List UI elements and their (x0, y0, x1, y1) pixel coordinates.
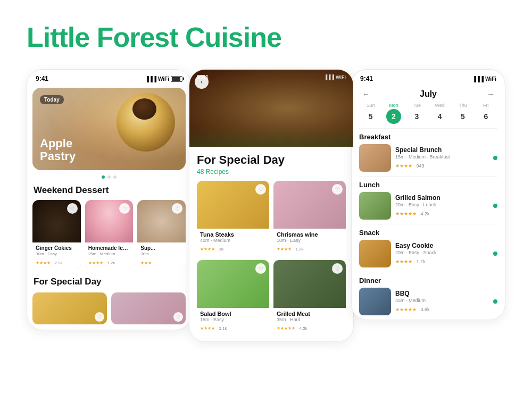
cal-day-sun[interactable]: Sun 5 (359, 103, 382, 124)
divider2 (359, 176, 497, 177)
breakfast-meta: 15m · Medium · Breakfast (395, 154, 489, 160)
phone2-signal-icon: ▐▐▐ (324, 74, 334, 80)
phone1-small-row: ♡ ♡ (27, 292, 191, 330)
lunch-name: Grilled Salmon (395, 194, 489, 202)
cal-back-button[interactable]: ← (359, 89, 373, 99)
p2-tuna-card[interactable]: ♡ Tuna Steaks 40m · Medium ★★★★ 3k (197, 181, 269, 256)
icecream-meta: 25m · Medium (88, 252, 130, 256)
phone3-content: ← July → Sun 5 Mon 2 Tue 3 (352, 85, 505, 315)
dot-1[interactable] (102, 175, 105, 179)
cal-day-tue[interactable]: Tue 3 (405, 103, 428, 124)
phone1-wine-card[interactable]: ♡ (111, 292, 186, 324)
cal-thu-num: 5 (455, 109, 470, 124)
cal-day-wed[interactable]: Wed 4 (428, 103, 451, 124)
signal-icon: ▐▐▐ (145, 76, 156, 82)
p2-tuna-heart[interactable]: ♡ (255, 184, 266, 195)
divider3 (359, 224, 497, 224)
phone1-status-icons: ▐▐▐ WiFi (145, 76, 182, 82)
cal-sun-label: Sun (367, 103, 375, 108)
cal-fri-num: 6 (478, 109, 493, 124)
phone3-time: 9:41 (360, 75, 373, 82)
phone2-wifi-icon: WiFi (336, 74, 346, 80)
page-header: Little Forest Cuisine (0, 0, 532, 69)
breakfast-section-title: Breakfast (359, 133, 497, 141)
dinner-section-title: Dinner (359, 277, 497, 284)
hero-tag: Today (40, 95, 64, 104)
third-rating: ★★★ (140, 257, 182, 266)
dot-3[interactable] (113, 175, 117, 179)
ginger-rating: ★★★★ 2.2k (36, 257, 78, 266)
recipe-card-ginger[interactable]: ♡ Ginger Cokies 30m · Easy ★★★★ 2.2k (32, 200, 81, 269)
phone1-tuna-card[interactable]: ♡ (32, 292, 107, 324)
p2-tuna-name: Tuna Steaks (200, 231, 266, 238)
snack-thumb (359, 240, 391, 267)
snack-meta: 20m · Easy · Snack (395, 250, 489, 255)
lunch-meta: 20m · Easy · Lunch (395, 202, 489, 207)
weekend-dessert-heading: Weekend Dessert (27, 183, 191, 200)
dinner-dot (493, 299, 497, 304)
p2-wine-card[interactable]: ♡ Chrismas wine 10m · Easy ★★★★ 1.2k (273, 181, 346, 256)
dinner-rating: ★★★★★ 3.8k (395, 304, 489, 313)
breakfast-item[interactable]: Special Brunch 15m · Medium · Breakfast … (359, 144, 497, 172)
third-heart[interactable]: ♡ (172, 203, 182, 214)
icecream-rating: ★★★★ 1.2k (88, 257, 130, 266)
snack-item[interactable]: Easy Cookie 20m · Easy · Snack ★★★★ 1.2k (359, 240, 497, 267)
dinner-item[interactable]: BBQ 45m · Medium ★★★★★ 3.8k (359, 288, 497, 315)
breakfast-info: Special Brunch 15m · Medium · Breakfast … (395, 146, 489, 170)
p2-wine-info: Chrismas wine 10m · Easy ★★★★ 1.2k (273, 229, 346, 256)
third-meta: 30m (140, 252, 182, 256)
p2-meat-heart[interactable]: ♡ (332, 263, 343, 274)
cal-day-mon[interactable]: Mon 2 (382, 103, 405, 124)
p2-salad-heart[interactable]: ♡ (255, 263, 266, 274)
phone1-hero-card: Today Apple Pastry (32, 88, 186, 170)
recipe-card-third[interactable]: ♡ Sup... 30m ★★★ (137, 200, 186, 269)
dot-2[interactable] (107, 175, 111, 179)
p2-salad-img: ♡ (197, 260, 269, 308)
cal-mon-label: Mon (389, 103, 398, 108)
weekend-dessert-row: ♡ Ginger Cokies 30m · Easy ★★★★ 2.2k (27, 200, 191, 274)
phone2-recipes-count: 48 Recipes (197, 168, 346, 175)
phone1-tuna-heart[interactable]: ♡ (95, 312, 104, 322)
snack-section-title: Snack (359, 229, 497, 237)
phone1-time: 9:41 (36, 75, 48, 82)
calendar-month: July (373, 89, 484, 99)
phones-container: 9:41 ▐▐▐ WiFi Today Apple Pastry (0, 69, 532, 342)
cal-fri-label: Fri (483, 103, 489, 108)
divider (359, 128, 497, 129)
p2-wine-heart[interactable]: ♡ (332, 184, 343, 195)
cal-tue-label: Tue (413, 103, 421, 108)
p2-meat-card[interactable]: ♡ Grilled Meat 35m · Hard ★★★★★ 4.5k (273, 260, 346, 335)
phone3: 9:41 ▐▐▐ WiFi ← July → Sun 5 (351, 69, 505, 320)
cal-day-fri[interactable]: Fri 6 (475, 103, 497, 124)
p2-tuna-meta: 40m · Medium (200, 238, 266, 243)
icecream-info: Homemade Ice... 25m · Medium ★★★★ 1.2k (85, 242, 134, 269)
cal-forward-button[interactable]: → (484, 89, 497, 99)
calendar-days-row: Sun 5 Mon 2 Tue 3 Wed 4 (359, 103, 497, 124)
ginger-heart[interactable]: ♡ (67, 203, 78, 214)
snack-info: Easy Cookie 20m · Easy · Snack ★★★★ 1.2k (395, 242, 489, 265)
phone1-wine-heart[interactable]: ♡ (173, 312, 183, 322)
cal-sun-num: 5 (363, 109, 378, 124)
p2-wine-img: ♡ (273, 181, 346, 229)
phone1: 9:41 ▐▐▐ WiFi Today Apple Pastry (27, 69, 192, 330)
back-button[interactable]: ‹ (195, 75, 209, 89)
steak-visual (189, 70, 353, 147)
lunch-item[interactable]: Grilled Salmon 20m · Easy · Lunch ★★★★★ … (359, 192, 497, 220)
hero-dots (27, 175, 191, 179)
breakfast-rating: ★★★★ 943 (395, 160, 489, 170)
icecream-name: Homemade Ice... (88, 245, 130, 251)
recipe-card-icecream[interactable]: ♡ Homemade Ice... 25m · Medium ★★★★ 1.2k (85, 200, 134, 269)
snack-rating: ★★★★ 1.2k (395, 256, 489, 265)
phone2-content: For Special Day 48 Recipes ♡ Tuna Steaks… (189, 147, 353, 341)
dinner-meta: 45m · Medium (395, 298, 489, 303)
p2-salad-meta: 15m · Easy (200, 317, 266, 322)
cal-wed-num: 4 (433, 109, 447, 124)
third-img: ♡ (137, 200, 186, 242)
p2-meat-img: ♡ (273, 260, 346, 308)
cal-day-thu[interactable]: Thu 5 (451, 103, 474, 124)
p2-salad-card[interactable]: ♡ Salad Bowl 15m · Easy ★★★★ 2.1k (197, 260, 269, 335)
divider4 (359, 272, 497, 272)
page-title: Little Forest Cuisine (27, 21, 505, 53)
lunch-section-title: Lunch (359, 181, 497, 189)
ginger-meta: 30m · Easy (36, 252, 78, 256)
